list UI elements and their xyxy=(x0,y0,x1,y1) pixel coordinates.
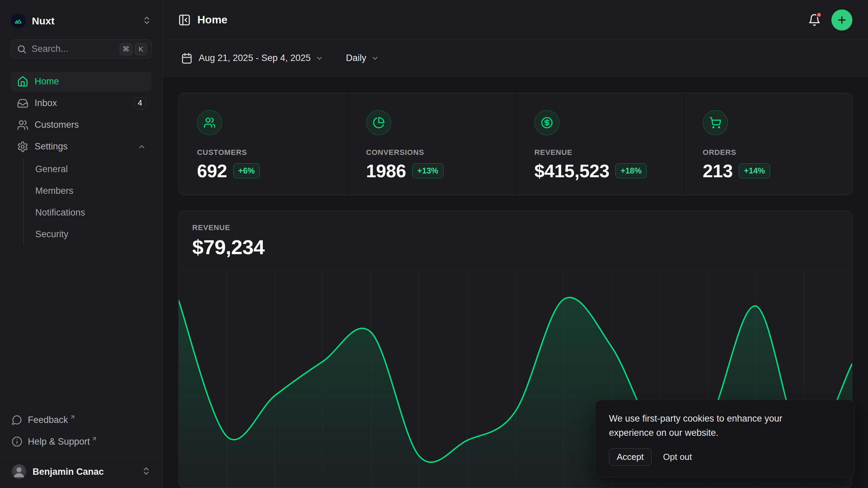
sub-item-label: Security xyxy=(35,229,68,240)
notifications-button[interactable] xyxy=(806,11,823,29)
date-range-value: Aug 21, 2025 - Sep 4, 2025 xyxy=(199,53,311,63)
users-icon xyxy=(17,119,28,131)
calendar-icon xyxy=(181,53,193,64)
sidebar: Nuxt Search... ⌘ K Home xyxy=(0,0,163,488)
notification-dot xyxy=(816,12,822,18)
help-support-link[interactable]: Help & Support xyxy=(11,431,152,452)
stats-row: CUSTOMERS 692 +6% CONVERSIONS 1986 +13% xyxy=(178,93,852,195)
sidebar-item-members[interactable]: Members xyxy=(35,180,152,202)
chevrons-up-down-icon xyxy=(142,16,152,26)
granularity-value: Daily xyxy=(346,53,366,63)
stat-label: CUSTOMERS xyxy=(197,148,329,157)
sidebar-item-label: Customers xyxy=(35,120,146,130)
page-header: Home xyxy=(163,0,868,40)
stat-delta-badge: +14% xyxy=(739,163,770,178)
panel-left-close-icon xyxy=(178,14,191,26)
cookie-banner: We use first-party cookies to enhance yo… xyxy=(595,400,855,477)
plus-icon xyxy=(836,15,847,25)
sidebar-item-label: Settings xyxy=(35,141,137,152)
chevron-down-icon xyxy=(315,54,323,62)
chevron-up-icon xyxy=(137,142,146,151)
chevrons-up-down-icon xyxy=(141,466,151,477)
circle-dollar-icon xyxy=(534,110,559,135)
stat-delta-badge: +13% xyxy=(412,163,443,178)
sidebar-nav: Home Inbox 4 Customers Settings xyxy=(11,72,152,245)
app-root: Nuxt Search... ⌘ K Home xyxy=(0,0,868,488)
home-icon xyxy=(17,76,28,87)
revenue-chart-header: REVENUE $79,234 xyxy=(179,211,852,259)
kbd-cmd: ⌘ xyxy=(120,43,132,55)
external-link-icon xyxy=(91,434,97,444)
accept-button[interactable]: Accept xyxy=(609,448,652,466)
sidebar-item-security[interactable]: Security xyxy=(35,223,152,245)
search-input[interactable]: Search... ⌘ K xyxy=(11,39,152,59)
sidebar-spacer xyxy=(11,245,152,409)
revenue-chart-label: REVENUE xyxy=(192,223,839,232)
nuxt-logo-icon xyxy=(11,14,26,28)
page-title: Home xyxy=(197,14,806,26)
avatar xyxy=(12,464,26,479)
external-link-icon xyxy=(70,412,76,423)
inbox-count-badge: 4 xyxy=(134,97,146,109)
pie-chart-icon xyxy=(366,110,391,135)
search-icon xyxy=(17,44,27,54)
add-button[interactable] xyxy=(831,9,852,30)
sidebar-item-notifications[interactable]: Notifications xyxy=(35,202,152,223)
revenue-chart-total: $79,234 xyxy=(192,236,839,259)
stat-card-customers[interactable]: CUSTOMERS 692 +6% xyxy=(179,93,347,195)
help-support-label: Help & Support xyxy=(28,436,90,447)
inbox-icon xyxy=(17,98,28,109)
kbd-k: K xyxy=(135,43,147,55)
stat-value: $415,523 xyxy=(534,160,609,181)
stat-delta-badge: +6% xyxy=(233,163,260,178)
user-menu[interactable]: Benjamin Canac xyxy=(11,457,152,488)
stat-label: ORDERS xyxy=(703,148,834,157)
info-circle-icon xyxy=(12,436,22,447)
gear-icon xyxy=(17,141,28,152)
sidebar-item-inbox[interactable]: Inbox 4 xyxy=(11,93,152,113)
date-range-picker[interactable]: Aug 21, 2025 - Sep 4, 2025 xyxy=(181,53,323,64)
cookie-message: We use first-party cookies to enhance yo… xyxy=(609,412,823,440)
cookie-actions: Accept Opt out xyxy=(609,448,841,466)
user-name: Benjamin Canac xyxy=(33,467,141,477)
chat-bubble-icon xyxy=(12,414,22,425)
sidebar-item-settings[interactable]: Settings xyxy=(11,137,152,157)
sidebar-item-label: Home xyxy=(35,76,146,87)
sidebar-item-general[interactable]: General xyxy=(35,158,152,180)
opt-out-button[interactable]: Opt out xyxy=(663,452,692,462)
stat-value: 692 xyxy=(197,160,227,181)
stat-card-revenue[interactable]: REVENUE $415,523 +18% xyxy=(515,93,684,195)
sidebar-item-label: Inbox xyxy=(35,98,134,108)
filters-bar: Aug 21, 2025 - Sep 4, 2025 Daily xyxy=(163,40,868,77)
sub-item-label: Members xyxy=(35,186,74,196)
sidebar-item-home[interactable]: Home xyxy=(11,72,152,92)
sidebar-item-customers[interactable]: Customers xyxy=(11,115,152,135)
feedback-link[interactable]: Feedback xyxy=(11,409,152,431)
shopping-cart-icon xyxy=(703,110,728,135)
workspace-name: Nuxt xyxy=(32,15,142,27)
stat-label: REVENUE xyxy=(534,148,666,157)
stat-label: CONVERSIONS xyxy=(366,148,497,157)
users-icon xyxy=(197,110,222,135)
stat-card-orders[interactable]: ORDERS 213 +14% xyxy=(684,93,852,195)
feedback-label: Feedback xyxy=(28,415,68,425)
stat-card-conversions[interactable]: CONVERSIONS 1986 +13% xyxy=(347,93,516,195)
sub-item-label: Notifications xyxy=(35,207,85,218)
granularity-select[interactable]: Daily xyxy=(346,53,379,63)
settings-sub-nav: General Members Notifications Security xyxy=(23,158,152,245)
collapse-sidebar-button[interactable] xyxy=(176,11,193,29)
workspace-switcher[interactable]: Nuxt xyxy=(11,13,152,29)
chevron-down-icon xyxy=(371,54,379,62)
stat-value: 1986 xyxy=(366,160,406,181)
stat-delta-badge: +18% xyxy=(615,163,647,178)
stat-value: 213 xyxy=(703,160,733,181)
search-placeholder: Search... xyxy=(32,44,117,54)
sub-item-label: General xyxy=(35,164,68,175)
